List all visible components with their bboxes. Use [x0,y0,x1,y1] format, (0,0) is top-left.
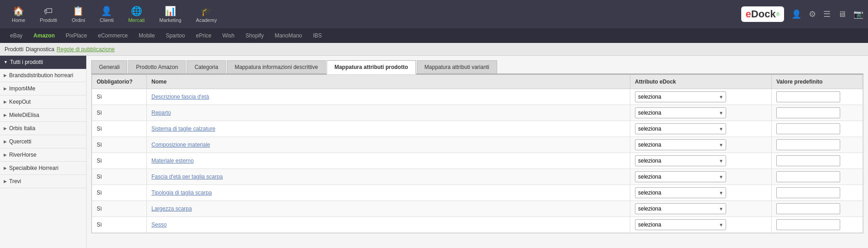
cell-nome: Sesso [147,217,630,233]
attributo-select[interactable]: seleziona [635,139,726,150]
attr-table: Obbligatorio? Nome Attributo eDock Valor… [92,74,863,233]
ordini-icon: 📋 [73,5,84,16]
subnav-pixplace[interactable]: PixPlace [60,28,93,43]
cell-attributo: seleziona ▼ [630,89,772,105]
sub-nav: eBay Amazon PixPlace eCommerce Mobile Sp… [0,28,868,43]
valore-input[interactable] [776,123,840,134]
breadcrumb-regole[interactable]: Regole di pubblicazione [57,46,114,53]
sidebar-item-tutti[interactable]: ▼ Tutti i prodotti [0,56,86,69]
attributo-select[interactable]: seleziona [635,107,726,118]
cell-nome: Descrizione fascia d'età [147,89,630,105]
arrow-right-icon: ▶ [4,100,7,104]
nome-link[interactable]: Materiale esterno [151,158,194,164]
tab-prodotto-amazon[interactable]: Prodotto Amazon [128,60,186,74]
camera-icon[interactable]: 📷 [853,9,863,19]
marketing-icon: 📊 [165,5,176,16]
attributo-select[interactable]: seleziona [635,155,726,166]
cell-valore [772,201,863,217]
valore-input[interactable] [776,91,840,102]
valore-input[interactable] [776,219,840,230]
cell-nome: Largezza scarpa [147,201,630,217]
nav-marketing[interactable]: 📊 Marketing [152,5,188,23]
arrow-right-icon: ▶ [4,86,7,91]
nav-prodotti[interactable]: 🏷 Prodotti [32,6,64,23]
cell-obbligatorio: Sì [92,89,147,105]
valore-input[interactable] [776,203,840,214]
breadcrumb-prodotti[interactable]: Prodotti [5,46,23,53]
valore-input[interactable] [776,139,840,150]
top-nav: 🏠 Home 🏷 Prodotti 📋 Ordini 👤 Clienti 🌐 M… [0,0,868,28]
cell-nome: Composizione materiale [147,137,630,153]
cell-obbligatorio: Sì [92,121,147,137]
breadcrumb-diagnostica[interactable]: Diagnostica [26,46,54,53]
cell-attributo: seleziona ▼ [630,121,772,137]
attributo-select[interactable]: seleziona [635,171,726,182]
nav-ordini[interactable]: 📋 Ordini [64,5,92,23]
nav-clienti[interactable]: 👤 Clienti [93,5,121,23]
subnav-ebay[interactable]: eBay [5,28,28,43]
valore-input[interactable] [776,187,840,198]
nome-link[interactable]: Sistema di taglie calzature [151,126,215,132]
cell-valore [772,105,863,121]
nome-link[interactable]: Largezza scarpa [151,206,192,212]
nome-link[interactable]: Fascia d'età per taglia scarpa [151,174,223,180]
subnav-eprice[interactable]: ePrice [190,28,217,43]
valore-input[interactable] [776,155,840,166]
subnav-wish[interactable]: Wish [217,28,240,43]
cell-attributo: seleziona ▼ [630,169,772,185]
tab-generali[interactable]: Generali [91,60,127,74]
sidebar: ▼ Tutti i prodotti ▶ Brandsdistribution … [0,56,87,248]
subnav-spartoo[interactable]: Spartoo [160,28,190,43]
sidebar-item-import4me[interactable]: ▶ Import4Me [0,82,86,95]
valore-input[interactable] [776,107,840,118]
sidebar-item-specialbike[interactable]: ▶ Specialbike Horreari [0,162,86,175]
attributo-select[interactable]: seleziona [635,123,726,134]
user-icon[interactable]: 👤 [791,9,801,19]
tab-mappatura-varianti[interactable]: Mappatura attributi varianti [417,60,497,74]
nome-link[interactable]: Descrizione fascia d'età [151,94,209,100]
tab-mappatura-info[interactable]: Mappatura informazioni descrittive [227,60,326,74]
table-container: Obbligatorio? Nome Attributo eDock Valor… [91,74,863,233]
sidebar-item-riverhorse[interactable]: ▶ RiverHorse [0,148,86,162]
attributo-select[interactable]: seleziona [635,203,726,214]
table-row: Sì Materiale esterno seleziona ▼ [92,153,863,169]
sidebar-item-keepout[interactable]: ▶ KeepOut [0,95,86,109]
cell-valore [772,137,863,153]
cell-obbligatorio: Sì [92,217,147,233]
table-row: Sì Fascia d'età per taglia scarpa selezi… [92,169,863,185]
subnav-ibs[interactable]: IBS [307,28,327,43]
sidebar-item-trevi[interactable]: ▶ Trevi [0,175,86,188]
arrow-right-icon: ▶ [4,113,7,117]
sidebar-item-mieleelisa[interactable]: ▶ MieleDiElisa [0,109,86,122]
attributo-select[interactable]: seleziona [635,219,726,230]
attributo-select[interactable]: seleziona [635,91,726,102]
sidebar-item-orbis[interactable]: ▶ Orbis Italia [0,122,86,135]
subnav-ecommerce[interactable]: eCommerce [93,28,133,43]
cell-nome: Reparto [147,105,630,121]
main-content: Generali Prodotto Amazon Categoria Mappa… [87,56,868,248]
cell-obbligatorio: Sì [92,185,147,201]
gear-icon[interactable]: ⚙ [809,9,816,19]
content-area: ▼ Tutti i prodotti ▶ Brandsdistribution … [0,56,868,248]
table-row: Sì Composizione materiale seleziona ▼ [92,137,863,153]
nome-link[interactable]: Sesso [151,222,166,228]
subnav-manomano[interactable]: ManoMano [269,28,307,43]
tab-categoria[interactable]: Categoria [187,60,226,74]
subnav-amazon[interactable]: Amazon [28,28,60,43]
sidebar-item-quercetti[interactable]: ▶ Quercetti [0,135,86,148]
nav-home[interactable]: 🏠 Home [5,5,32,23]
sidebar-item-brandsdistribution[interactable]: ▶ Brandsdistribution horreari [0,69,86,82]
monitor-icon[interactable]: 🖥 [838,10,846,19]
attributo-select[interactable]: seleziona [635,187,726,198]
nome-link[interactable]: Reparto [151,110,171,116]
nav-academy[interactable]: 🎓 Academy [189,5,224,23]
subnav-mobile[interactable]: Mobile [133,28,160,43]
valore-input[interactable] [776,171,840,182]
tab-mappatura-attr[interactable]: Mappatura attributi prodotto [327,60,416,74]
nav-mercati[interactable]: 🌐 Mercati [121,5,152,23]
table-row: Sì Descrizione fascia d'età seleziona ▼ [92,89,863,105]
list-icon[interactable]: ☰ [823,9,831,19]
nome-link[interactable]: Composizione materiale [151,142,210,148]
nome-link[interactable]: Tipologia di taglia scarpa [151,190,212,196]
subnav-shopify[interactable]: Shopify [240,28,269,43]
